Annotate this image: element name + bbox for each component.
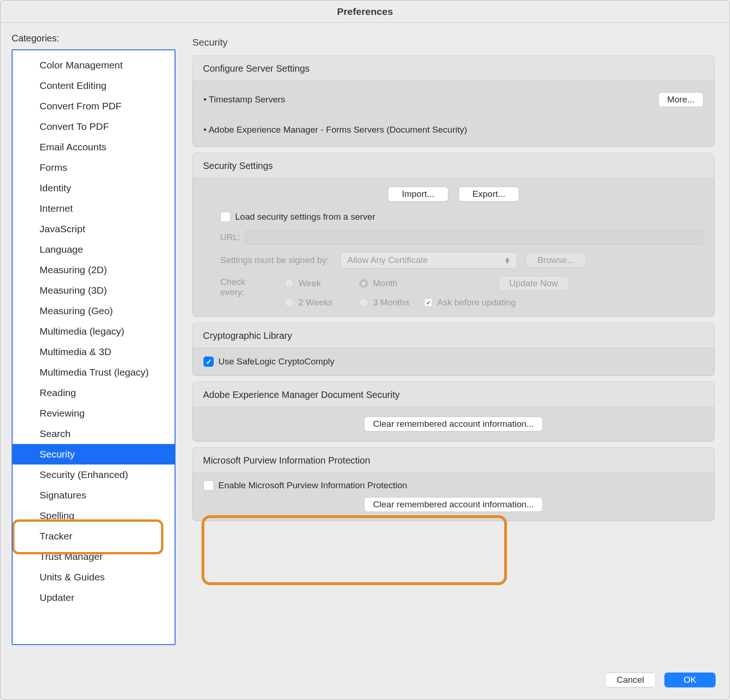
category-item[interactable]: Email Accounts — [13, 137, 175, 157]
safelogic-checkbox[interactable] — [203, 357, 214, 367]
browse-button: Browse... — [526, 253, 586, 268]
export-button[interactable]: Export... — [459, 187, 519, 202]
window-title: Preferences — [0, 0, 730, 23]
ok-button[interactable]: OK — [664, 673, 716, 687]
import-button[interactable]: Import... — [388, 187, 448, 202]
panel-aem-title: Adobe Experience Manager Document Securi… — [193, 382, 714, 407]
panel-security-settings-body: Import... Export... Load security settin… — [193, 178, 714, 316]
aem-forms-servers-label: • Adobe Experience Manager - Forms Serve… — [203, 125, 467, 135]
radio-week-label: Week — [298, 278, 321, 289]
category-item[interactable]: Security (Enhanced) — [13, 464, 175, 485]
check-every-row: Check every: Week Month Update Now 2 Wee… — [203, 276, 703, 308]
category-item[interactable]: Reviewing — [13, 403, 175, 424]
category-item[interactable]: Measuring (Geo) — [13, 301, 175, 321]
radio-week — [284, 279, 294, 288]
panel-crypto-title: Cryptographic Library — [193, 323, 714, 348]
signed-by-label: Settings must be signed by: — [220, 255, 332, 265]
url-label: URL: — [220, 232, 241, 242]
category-item[interactable]: Color Management — [13, 55, 175, 75]
check-every-label: Check every: — [220, 276, 271, 297]
panel-server-settings-body: • Timestamp Servers More... • Adobe Expe… — [193, 81, 714, 147]
panel-aem-body: Clear remembered account information... — [193, 407, 714, 441]
aem-clear-button[interactable]: Clear remembered account information... — [364, 417, 542, 431]
timestamp-servers-label: • Timestamp Servers — [203, 94, 285, 105]
signed-by-row: Settings must be signed by: Allow Any Ce… — [203, 252, 703, 269]
sidebar: Categories: Color ManagementContent Edit… — [12, 33, 176, 662]
panel-security-settings: Security Settings Import... Export... Lo… — [192, 153, 715, 317]
category-item[interactable]: Content Editing — [13, 75, 175, 96]
category-item[interactable]: Spelling — [13, 505, 175, 526]
row-timestamp-servers: • Timestamp Servers More... — [203, 89, 703, 110]
panel-crypto: Cryptographic Library Use SafeLogic Cryp… — [192, 323, 715, 376]
panel-mpip: Microsoft Purview Information Protection… — [192, 447, 715, 521]
radio-2weeks-label: 2 Weeks — [298, 297, 333, 308]
update-now-button: Update Now — [499, 276, 568, 291]
preferences-window: Preferences Categories: Color Management… — [0, 0, 730, 700]
cancel-button[interactable]: Cancel — [605, 673, 656, 687]
mpip-clear-row: Clear remembered account information... — [203, 497, 703, 512]
row-aem-forms-servers: • Adobe Experience Manager - Forms Serve… — [203, 122, 703, 138]
category-item[interactable]: Security — [13, 444, 175, 464]
radio-2weeks — [284, 298, 294, 307]
crypto-row: Use SafeLogic CryptoComply — [203, 357, 703, 367]
mpip-enable-row: Enable Microsoft Purview Information Pro… — [203, 480, 703, 491]
safelogic-label: Use SafeLogic CryptoComply — [218, 357, 334, 367]
mpip-enable-checkbox[interactable] — [203, 480, 214, 491]
panel-aem: Adobe Experience Manager Document Securi… — [192, 382, 715, 442]
signed-by-value: Allow Any Certificate — [347, 255, 428, 265]
category-item[interactable]: Multimedia (legacy) — [13, 321, 175, 342]
radio-3months-label: 3 Months — [373, 297, 409, 308]
category-item[interactable]: Updater — [13, 587, 175, 608]
panel-mpip-body: Enable Microsoft Purview Information Pro… — [193, 472, 714, 521]
mpip-enable-label: Enable Microsoft Purview Information Pro… — [218, 480, 407, 491]
category-item[interactable]: Convert To PDF — [13, 116, 175, 137]
load-from-server-row: Load security settings from a server — [203, 212, 703, 222]
category-item[interactable]: Trust Manager — [13, 546, 175, 567]
mpip-clear-button[interactable]: Clear remembered account information... — [364, 497, 542, 512]
category-item[interactable]: Units & Guides — [13, 567, 175, 587]
radio-month-label: Month — [373, 278, 398, 289]
category-item[interactable]: Measuring (2D) — [13, 260, 175, 280]
url-input — [245, 230, 703, 244]
ask-before-updating-checkbox — [424, 298, 433, 307]
category-item[interactable]: Forms — [13, 157, 175, 178]
ask-before-updating-label: Ask before updating — [437, 297, 516, 308]
radio-month — [359, 279, 368, 288]
category-item[interactable]: Search — [13, 424, 175, 444]
check-every-options: Week Month Update Now 2 Weeks 3 Months A… — [284, 276, 568, 308]
category-item[interactable]: JavaScript — [13, 219, 175, 239]
import-export-row: Import... Export... — [203, 187, 703, 202]
panel-server-settings: Configure Server Settings • Timestamp Se… — [192, 55, 715, 147]
category-item[interactable]: Measuring (3D) — [13, 280, 175, 301]
load-from-server-label: Load security settings from a server — [235, 212, 375, 222]
category-item[interactable]: Convert From PDF — [13, 96, 175, 116]
category-item[interactable]: Language — [13, 239, 175, 260]
category-item[interactable]: Identity — [13, 178, 175, 198]
chevron-updown-icon: ▲▼ — [504, 257, 510, 263]
page-heading: Security — [192, 37, 715, 55]
panel-security-settings-title: Security Settings — [193, 153, 714, 178]
category-item[interactable]: Internet — [13, 198, 175, 219]
category-item[interactable]: Multimedia Trust (legacy) — [13, 362, 175, 383]
category-item[interactable]: Signatures — [13, 485, 175, 505]
load-from-server-checkbox[interactable] — [220, 212, 230, 222]
panel-mpip-title: Microsoft Purview Information Protection — [193, 448, 714, 472]
url-row: URL: — [203, 230, 703, 244]
dialog-body: Categories: Color ManagementContent Edit… — [0, 23, 730, 662]
radio-3months — [359, 298, 368, 307]
panel-server-settings-title: Configure Server Settings — [193, 56, 714, 81]
panel-crypto-body: Use SafeLogic CryptoComply — [193, 348, 714, 376]
dialog-footer: Cancel OK — [605, 673, 716, 687]
category-item[interactable]: Tracker — [13, 526, 175, 546]
categories-label: Categories: — [12, 33, 176, 49]
more-button[interactable]: More... — [658, 92, 703, 107]
signed-by-select: Allow Any Certificate ▲▼ — [340, 252, 517, 269]
categories-list[interactable]: Color ManagementContent EditingConvert F… — [12, 49, 176, 645]
category-item[interactable]: Reading — [13, 383, 175, 403]
category-item[interactable]: Multimedia & 3D — [13, 342, 175, 362]
main-pane: Security Configure Server Settings • Tim… — [192, 33, 718, 662]
